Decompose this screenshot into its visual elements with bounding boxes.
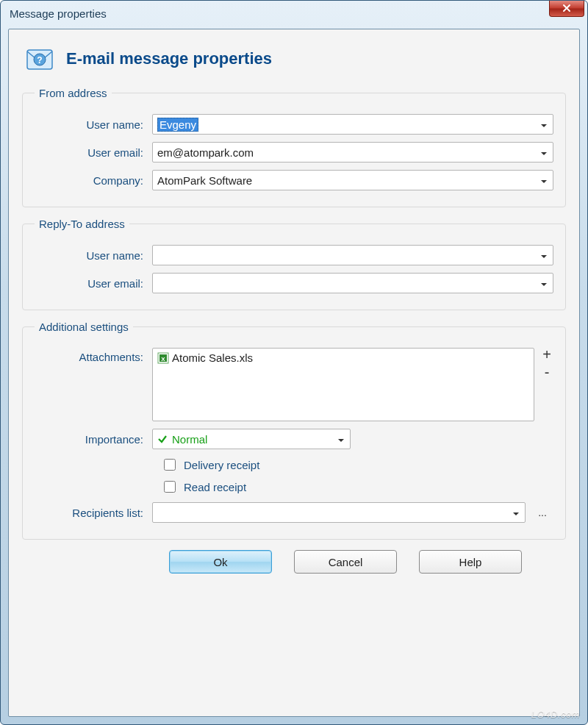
help-button[interactable]: Help [419,550,522,574]
chevron-down-icon [337,435,345,443]
cancel-button[interactable]: Cancel [294,550,397,574]
chevron-down-icon [539,251,548,260]
recipients-list-select[interactable] [152,502,526,523]
from-user-email-value: em@atompark.com [157,146,254,159]
chevron-down-icon [539,279,548,288]
company-label: Company: [35,174,152,187]
reply-user-name-label: User name: [35,249,152,262]
header: ? E-mail message properties [22,40,566,87]
reply-user-email-label: User email: [35,277,152,290]
dialog-button-row: Ok Cancel Help [22,550,566,574]
from-address-legend: From address [35,87,112,99]
client-area: ? E-mail message properties From address… [8,29,580,717]
svg-text:?: ? [37,55,42,65]
chevron-down-icon [539,176,548,185]
window-title: Message properties [10,7,107,20]
read-receipt-checkbox[interactable] [164,481,176,493]
from-address-group: From address User name: Evgeny User emai… [22,87,566,207]
reply-to-legend: Reply-To address [35,218,129,230]
close-button[interactable] [549,1,584,17]
importance-select[interactable]: Normal [152,429,351,449]
user-name-label: User name: [35,118,152,131]
reply-user-email-input[interactable] [152,273,553,293]
page-title: E-mail message properties [66,49,272,68]
titlebar[interactable]: Message properties [1,1,587,26]
read-receipt-label: Read receipt [184,481,246,493]
importance-value: Normal [172,433,207,446]
from-user-name-value: Evgeny [157,118,198,132]
delivery-receipt-label: Delivery receipt [184,459,259,471]
from-company-input[interactable]: AtomPark Software [152,170,553,190]
user-email-label: User email: [35,146,152,159]
additional-settings-group: Additional settings Attachments: X [22,321,566,540]
from-company-value: AtomPark Software [157,174,252,187]
dialog-window: Message properties ? E-mail message prop… [0,0,588,725]
add-attachment-button[interactable]: + [542,348,551,361]
recipients-browse-button[interactable]: ... [531,502,553,523]
from-user-name-input[interactable]: Evgeny [152,114,553,135]
chevron-down-icon [512,508,520,517]
importance-label: Importance: [35,433,152,446]
attachments-label: Attachments: [35,348,152,363]
ok-button[interactable]: Ok [169,550,272,574]
close-icon [562,2,571,15]
ellipsis-icon: ... [538,507,547,518]
attachments-list[interactable]: X Atomic Sales.xls [152,348,534,421]
chevron-down-icon [539,148,548,157]
svg-text:X: X [161,356,165,362]
attachment-filename: Atomic Sales.xls [172,351,253,364]
check-icon [157,434,168,444]
remove-attachment-button[interactable]: - [545,365,550,379]
envelope-question-icon: ? [25,44,54,74]
attachment-item[interactable]: X Atomic Sales.xls [157,351,529,364]
xls-file-icon: X [157,352,169,364]
reply-user-name-input[interactable] [152,245,553,265]
from-user-email-input[interactable]: em@atompark.com [152,142,553,162]
reply-to-group: Reply-To address User name: User email: [22,218,566,310]
additional-settings-legend: Additional settings [35,321,133,333]
recipients-list-label: Recipients list: [35,507,152,519]
delivery-receipt-checkbox[interactable] [164,459,176,471]
chevron-down-icon [539,120,548,129]
